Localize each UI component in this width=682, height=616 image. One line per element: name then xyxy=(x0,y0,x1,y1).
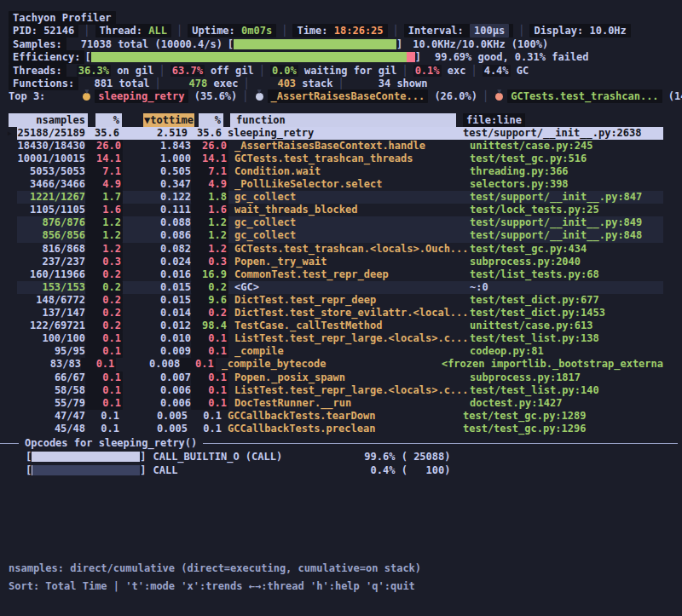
divider: │ xyxy=(396,65,413,77)
table-row[interactable]: 95/950.10.0090.1_compilecodeop.py:81 xyxy=(17,345,663,358)
table-row[interactable]: 5053/50537.10.5057.1Condition.waitthread… xyxy=(17,165,663,178)
table-row[interactable]: ▶25188/2518935.62.51935.6sleeping_retryt… xyxy=(17,127,663,140)
table-row[interactable]: 160/119660.20.01616.9CommonTest.test_rep… xyxy=(17,268,663,281)
thread-stat-name: off gil xyxy=(205,65,254,77)
cell-pct-direct: 0.2 xyxy=(85,320,123,332)
cell-pct-direct: 0.2 xyxy=(85,294,123,307)
cell-pct-cumulative: 0.1 xyxy=(180,358,215,371)
cell-function: _AssertRaisesBaseContext.handle xyxy=(234,140,470,153)
function-stat-name: stack xyxy=(296,78,332,89)
column-header-function[interactable]: function xyxy=(230,113,456,127)
samples-label: Samples: xyxy=(9,37,66,51)
cell-pct-cumulative: 1.8 xyxy=(191,191,228,204)
cell-function: gc_collect xyxy=(234,229,470,242)
table-row[interactable]: 100/1000.10.0100.1ListTest.test_repr_lar… xyxy=(17,332,663,345)
table-row[interactable]: 122/697210.20.01298.4TestCase._callTestM… xyxy=(17,320,663,332)
efficiency-line: Efficiency:[]99.69% good, 0.31% failed xyxy=(9,51,682,64)
cell-tottime: 0.016 xyxy=(123,268,191,281)
time-label: Time: xyxy=(297,25,327,37)
cell-pct-cumulative: 0.2 xyxy=(191,281,228,294)
opcodes-title: Opcodes for sleeping_retry() xyxy=(19,437,203,449)
top3-label: Top 3: xyxy=(9,90,45,102)
cell-file-line: test/list_tests.py:68 xyxy=(470,268,663,281)
table-row[interactable]: 10001/1001514.11.00014.1GCTests.test_tra… xyxy=(17,153,663,165)
cell-nsamples: 816/868 xyxy=(17,243,85,256)
cell-nsamples: 18430/18430 xyxy=(17,140,85,153)
cell-pct-cumulative: 0.1 xyxy=(191,397,228,410)
thread-group[interactable]: Thread: ALL xyxy=(95,24,172,37)
cell-nsamples: 25188/25189 xyxy=(17,127,85,140)
cell-pct-direct: 1.2 xyxy=(85,229,123,242)
cell-function: ListTest.test_repr_large.<locals>.c... xyxy=(234,384,470,397)
cell-function: TestCase._callTestMethod xyxy=(234,320,470,332)
samples-total: 71038 total (10000.4/s) xyxy=(81,38,228,51)
function-stat-value: 34 xyxy=(361,78,390,90)
cell-tottime: 0.009 xyxy=(123,345,191,358)
cell-tottime: 0.014 xyxy=(123,307,191,320)
table-row[interactable]: 856/8561.20.0861.2gc_collecttest/support… xyxy=(17,229,663,242)
column-header-nsamples[interactable]: nsamples xyxy=(9,113,88,127)
opcode-count: ( 100) xyxy=(395,464,450,476)
cell-function: GCCallbackTests.tearDown xyxy=(228,410,463,423)
table-row[interactable]: 3466/34664.90.3474.9_PollLikeSelector.se… xyxy=(17,178,663,191)
top3-function-name: GCTests.test_trashcan... xyxy=(507,89,662,103)
cell-tottime: 0.006 xyxy=(123,397,191,410)
table-row[interactable]: 876/8761.20.0881.2gc_collecttest/support… xyxy=(17,216,663,229)
silver-medal-icon xyxy=(256,93,263,101)
cell-pct-cumulative: 1.6 xyxy=(191,204,228,216)
table-row[interactable]: 45/480.10.0050.1GCCallbackTests.preclean… xyxy=(17,423,663,435)
table-row[interactable]: 55/790.10.0060.1DocTestRunner.__rundocte… xyxy=(17,397,663,410)
table-row[interactable]: 58/580.10.0060.1ListTest.test_repr_large… xyxy=(17,384,663,397)
cell-nsamples: 856/856 xyxy=(17,229,85,242)
cell-function: DocTestRunner.__run xyxy=(234,397,470,410)
table-row[interactable]: 47/470.10.0050.1GCCallbackTests.tearDown… xyxy=(17,410,663,423)
cell-function: CommonTest.test_repr_deep xyxy=(234,268,470,281)
column-header-tottime-sorted[interactable]: ▼tottime xyxy=(143,113,194,127)
cell-nsamples: 58/58 xyxy=(17,384,85,397)
table-row[interactable]: 18430/1843026.01.84326.0_AssertRaisesBas… xyxy=(17,140,663,153)
table-row[interactable]: 1221/12671.70.1221.8gc_collecttest/suppo… xyxy=(17,191,663,204)
table-row[interactable]: 816/8681.20.0821.2GCTests.test_trashcan.… xyxy=(17,243,663,256)
table-row[interactable]: 153/1530.20.0150.2<GC>~:0 xyxy=(17,281,663,294)
table-row[interactable]: 1105/11051.60.1111.6wait_threads_blocked… xyxy=(17,204,663,216)
time-group: Time: 18:26:25 xyxy=(292,24,387,37)
cell-file-line: unittest/case.py:613 xyxy=(470,320,663,332)
top3-item[interactable]: sleeping_retry (35.6%) xyxy=(81,90,237,102)
table-row[interactable]: 148/67720.20.0159.6DictTest.test_repr_de… xyxy=(17,294,663,307)
cell-nsamples: 55/79 xyxy=(17,397,85,410)
cell-file-line: <frozen importlib._bootstrap_externa xyxy=(442,358,663,371)
bracket: [ xyxy=(26,451,32,463)
table-row[interactable]: 66/670.10.0070.1Popen._posix_spawnsubpro… xyxy=(17,371,663,384)
top3-item[interactable]: GCTests.test_trashcan... (14.1%) xyxy=(494,90,682,102)
cell-file-line: unittest/case.py:245 xyxy=(470,140,663,153)
column-header-pct2[interactable]: % xyxy=(199,113,223,127)
cell-pct-cumulative: 0.1 xyxy=(191,384,228,397)
column-header-pct1[interactable]: % xyxy=(95,113,122,127)
cell-file-line: test/test_list.py:140 xyxy=(470,384,663,397)
opcode-row: []CALL_BUILTIN_O (CALL)99.6% ( 25088) xyxy=(26,450,682,464)
cell-file-line: subprocess.py:2040 xyxy=(470,256,663,268)
top3-item[interactable]: _AssertRaisesBaseConte... (26.0%) xyxy=(254,90,477,102)
bronze-medal-icon xyxy=(495,93,503,101)
cell-tottime: 0.086 xyxy=(123,229,191,242)
table-row[interactable]: 237/2370.30.0240.3Popen._try_waitsubproc… xyxy=(17,256,663,268)
samples-bar xyxy=(234,39,396,49)
cell-nsamples: 160/11966 xyxy=(17,268,85,281)
column-header-file-line[interactable]: file:line xyxy=(463,113,525,127)
opcode-bar-fill xyxy=(32,465,32,475)
cell-nsamples: 137/147 xyxy=(17,307,85,320)
cell-tottime: 0.005 xyxy=(119,410,188,423)
cell-pct-cumulative: 0.1 xyxy=(191,332,228,345)
cell-pct-direct: 0.2 xyxy=(85,268,123,281)
cell-pct-cumulative: 98.4 xyxy=(191,320,228,332)
cell-pct-direct: 0.1 xyxy=(85,332,123,345)
table-row[interactable]: 83/830.10.0080.1_compile_bytecode<frozen… xyxy=(17,358,663,371)
opcode-pct: 0.4% xyxy=(350,463,395,478)
pid-group: PID: 52146 xyxy=(9,24,78,37)
cell-pct-direct: 1.2 xyxy=(85,216,123,229)
efficiency-label: Efficiency: xyxy=(9,50,84,64)
table-row[interactable]: 137/1470.20.0140.2DictTest.test_store_ev… xyxy=(17,307,663,320)
cell-pct-direct: 4.9 xyxy=(85,178,123,191)
cell-file-line: test/support/__init__.py:847 xyxy=(470,191,663,204)
interval-label: Interval: xyxy=(408,25,464,37)
